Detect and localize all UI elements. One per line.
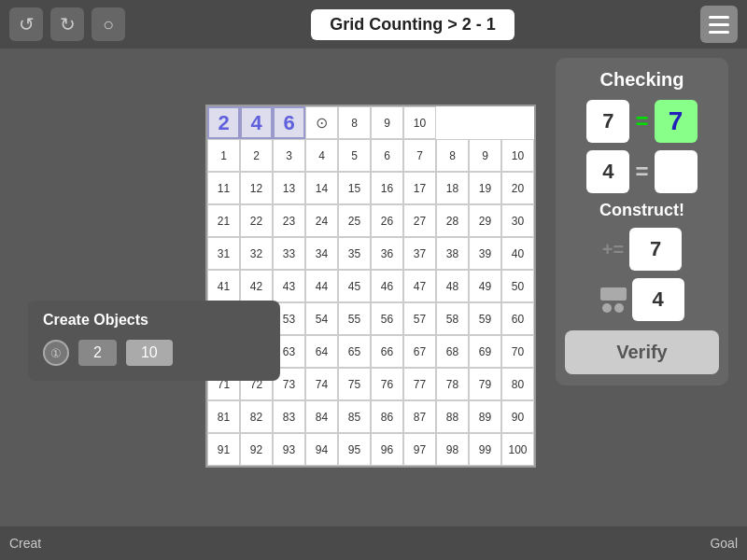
grid-cell-13[interactable]: 13 [273,172,305,204]
grid-cell-7[interactable]: 7 [403,139,436,172]
grid-cell-14[interactable]: 14 [305,172,338,204]
grid-cell-highlighted-2[interactable]: 2 [207,106,240,139]
grid-cell-80[interactable]: 80 [501,368,534,400]
grid-cell-50[interactable]: 50 [501,270,534,302]
grid-cell-92[interactable]: 92 [240,433,273,466]
grid-cell-27[interactable]: 27 [403,204,436,237]
grid-cell-74[interactable]: 74 [305,368,338,400]
grid-cell-78[interactable]: 78 [436,368,469,400]
grid-cell-96[interactable]: 96 [371,433,403,466]
grid-cell-91[interactable]: 91 [207,433,240,466]
grid-cell-94[interactable]: 94 [305,433,338,466]
grid-cell-86[interactable]: 86 [371,400,403,433]
grid-cell-83[interactable]: 83 [273,400,305,433]
grid-cell-67[interactable]: 67 [403,335,436,368]
grid-cell-34[interactable]: 34 [305,237,338,270]
grid-cell-97[interactable]: 97 [403,433,436,466]
grid-cell-81[interactable]: 81 [207,400,240,433]
grid-cell-36[interactable]: 36 [371,237,403,270]
grid-cell-8[interactable]: 8 [436,139,469,172]
grid-cell-68[interactable]: 68 [436,335,469,368]
object-btn-2[interactable]: 2 [78,340,117,366]
grid-cell-70[interactable]: 70 [501,335,534,368]
construct-value-1[interactable]: 7 [629,228,682,271]
grid-cell-93[interactable]: 93 [273,433,305,466]
grid-cell-8[interactable]: 8 [338,106,371,139]
grid-cell-23[interactable]: 23 [273,204,305,237]
grid-cell-18[interactable]: 18 [436,172,469,204]
grid-cell-38[interactable]: 38 [436,237,469,270]
grid-cell-17[interactable]: 17 [403,172,436,204]
grid-cell-54[interactable]: 54 [305,302,338,335]
grid-cell-64[interactable]: 64 [305,335,338,368]
grid-cell-3[interactable]: 3 [273,139,305,172]
grid-cell-85[interactable]: 85 [338,400,371,433]
grid-cell-33[interactable]: 33 [273,237,305,270]
grid-cell-1[interactable]: 1 [207,139,240,172]
grid-cell-66[interactable]: 66 [371,335,403,368]
grid-cell-40[interactable]: 40 [501,237,534,270]
grid-cell-44[interactable]: 44 [305,270,338,302]
menu-button[interactable] [700,6,738,43]
grid-cell-9[interactable]: 9 [469,139,501,172]
grid-cell-41[interactable]: 41 [207,270,240,302]
grid-cell-46[interactable]: 46 [371,270,403,302]
grid-cell-19[interactable]: 19 [469,172,501,204]
grid-cell-39[interactable]: 39 [469,237,501,270]
grid-cell-highlighted-4[interactable]: 4 [240,106,273,139]
grid-cell-43[interactable]: 43 [273,270,305,302]
grid-cell-55[interactable]: 55 [338,302,371,335]
grid-cell-82[interactable]: 82 [240,400,273,433]
grid-cell-58[interactable]: 58 [436,302,469,335]
verify-button[interactable]: Verify [565,330,719,374]
redo-button[interactable]: ↻ [50,7,84,41]
grid-cell-48[interactable]: 48 [436,270,469,302]
grid-cell-11[interactable]: 11 [207,172,240,204]
object-btn-10[interactable]: 10 [126,340,173,366]
grid-cell-29[interactable]: 29 [469,204,501,237]
grid-cell-15[interactable]: 15 [338,172,371,204]
grid-cell-47[interactable]: 47 [403,270,436,302]
grid-cell-90[interactable]: 90 [501,400,534,433]
grid-cell-89[interactable]: 89 [469,400,501,433]
grid-cell-20[interactable]: 20 [501,172,534,204]
grid-cell-30[interactable]: 30 [501,204,534,237]
grid-cell-31[interactable]: 31 [207,237,240,270]
grid-cell-45[interactable]: 45 [338,270,371,302]
grid-cell-35[interactable]: 35 [338,237,371,270]
grid-cell-12[interactable]: 12 [240,172,273,204]
grid-cell-77[interactable]: 77 [403,368,436,400]
grid-cell-60[interactable]: 60 [501,302,534,335]
grid-cell-6[interactable]: 6 [371,139,403,172]
grid-cell-57[interactable]: 57 [403,302,436,335]
grid-cell-42[interactable]: 42 [240,270,273,302]
grid-cell-26[interactable]: 26 [371,204,403,237]
construct-value-2[interactable]: 4 [632,278,684,321]
grid-cell-99[interactable]: 99 [469,433,501,466]
grid-cell-9[interactable]: 9 [371,106,403,139]
grid-cell-5[interactable]: 5 [338,139,371,172]
grid-cell-10[interactable]: 10 [501,139,534,172]
grid-cell-37[interactable]: 37 [403,237,436,270]
undo-button[interactable]: ↺ [9,7,43,41]
grid-cell-75[interactable]: 75 [338,368,371,400]
grid-cell-87[interactable]: 87 [403,400,436,433]
grid-cell-2[interactable]: 2 [240,139,273,172]
grid-cell-79[interactable]: 79 [469,368,501,400]
loop-button[interactable]: ○ [92,7,125,41]
grid-cell-16[interactable]: 16 [371,172,403,204]
grid-cell-56[interactable]: 56 [371,302,403,335]
grid-cell-28[interactable]: 28 [436,204,469,237]
grid-cell-95[interactable]: 95 [338,433,371,466]
grid-cell-25[interactable]: 25 [338,204,371,237]
grid-cell-100[interactable]: 100 [501,433,534,466]
grid-cell-21[interactable]: 21 [207,204,240,237]
grid-cell-4[interactable]: 4 [305,139,338,172]
grid-cell-69[interactable]: 69 [469,335,501,368]
grid-cell-98[interactable]: 98 [436,433,469,466]
grid-cell-22[interactable]: 22 [240,204,273,237]
grid-cell-59[interactable]: 59 [469,302,501,335]
grid-cell-49[interactable]: 49 [469,270,501,302]
grid-cell-32[interactable]: 32 [240,237,273,270]
grid-cell-76[interactable]: 76 [371,368,403,400]
